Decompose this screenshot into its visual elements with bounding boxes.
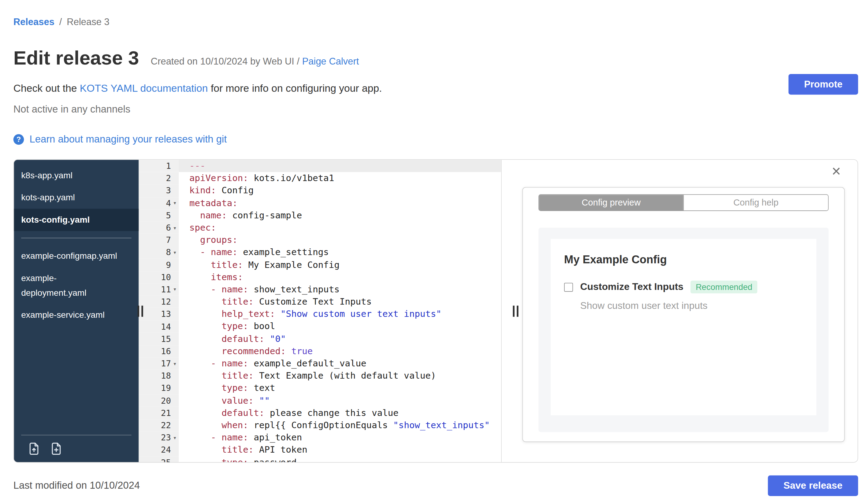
code-line[interactable]: 6▾spec: <box>139 222 501 234</box>
code-line[interactable]: 16 recommended: true <box>139 345 501 357</box>
file-name: k8s-app.yaml <box>21 168 120 183</box>
line-number: 22 <box>145 420 171 430</box>
code-line[interactable]: 2apiVersion: kots.io/v1beta1 <box>139 172 501 184</box>
code-line[interactable]: 3kind: Config <box>139 184 501 197</box>
code-line[interactable]: 21 default: please change this value <box>139 407 501 419</box>
breadcrumb-releases-link[interactable]: Releases <box>13 17 54 27</box>
token-plain: kots.io/v1beta1 <box>248 173 334 184</box>
file-tree-item-example-deployment-yaml[interactable]: example-deployment.yaml <box>14 267 139 304</box>
code-line[interactable]: 18 title: Text Example (with default val… <box>139 370 501 382</box>
file-tree-item-kots-app-yaml[interactable]: kots-app.yaml <box>14 187 139 209</box>
code-text: spec: <box>179 222 501 234</box>
file-tree-item-example-service-yaml[interactable]: example-service.yaml <box>14 304 139 326</box>
code-text: type: bool <box>179 320 501 333</box>
token-plain: show_text_inputs <box>248 284 340 294</box>
upload-file-button[interactable] <box>26 441 42 456</box>
close-icon[interactable]: × <box>828 163 844 180</box>
token-key: kind: <box>190 185 216 196</box>
promote-button[interactable]: Promote <box>788 74 858 94</box>
token-key: title: <box>221 445 253 455</box>
code-line[interactable]: 5 name: config-sample <box>139 209 501 222</box>
token-plain <box>286 346 291 356</box>
line-number: 9 <box>145 260 171 270</box>
add-file-button[interactable] <box>48 441 64 456</box>
fold-icon[interactable]: ▾ <box>171 249 179 256</box>
code-text: value: "" <box>179 395 501 407</box>
line-number: 17 <box>145 359 171 369</box>
code-line[interactable]: 11▾ - name: show_text_inputs <box>139 283 501 295</box>
fold-icon[interactable]: ▾ <box>171 224 179 231</box>
line-number: 5 <box>145 210 171 221</box>
code-line[interactable]: 4▾metadata: <box>139 197 501 209</box>
file-tree-footer <box>14 435 139 462</box>
token-plain <box>190 395 221 406</box>
file-name: example-service.yaml <box>21 308 120 322</box>
code-line[interactable]: 9 title: My Example Config <box>139 259 501 271</box>
gutter-cell: 22 <box>139 419 179 432</box>
fold-icon[interactable]: ▾ <box>171 360 179 367</box>
code-line[interactable]: 12 title: Customize Text Inputs <box>139 296 501 308</box>
token-key: title: <box>221 370 253 381</box>
git-help-link[interactable]: Learn about managing your releases with … <box>29 134 227 145</box>
code-line[interactable]: 23▾ - name: api_token <box>139 432 501 444</box>
code-text: title: API token <box>179 444 501 456</box>
created-meta: Created on 10/10/2024 by Web UI / Paige … <box>151 56 359 67</box>
line-number: 21 <box>145 408 171 418</box>
token-plain <box>190 235 200 245</box>
gutter-cell: 17▾ <box>139 358 179 370</box>
save-release-button[interactable]: Save release <box>768 476 858 496</box>
token-plain: example_default_value <box>248 358 366 369</box>
code-line[interactable]: 17▾ - name: example_default_value <box>139 358 501 370</box>
code-line[interactable]: 8▾ - name: example_settings <box>139 246 501 258</box>
code-line[interactable]: 7 groups: <box>139 234 501 246</box>
code-line[interactable]: 24 title: API token <box>139 444 501 456</box>
tab-config-help[interactable]: Config help <box>683 195 828 210</box>
code-line[interactable]: 10 items: <box>139 271 501 283</box>
file-tree-item-kots-config-yaml[interactable]: kots-config.yaml <box>14 209 139 231</box>
line-number: 24 <box>145 445 171 455</box>
line-number: 23 <box>145 433 171 443</box>
file-tree-item-k8s-app-yaml[interactable]: k8s-app.yaml <box>14 164 139 187</box>
token-plain <box>190 308 221 319</box>
line-number: 1 <box>145 161 171 171</box>
token-key: - name: <box>200 247 238 257</box>
resize-handle-right[interactable] <box>512 303 519 319</box>
token-plain <box>190 370 221 381</box>
fold-icon[interactable]: ▾ <box>171 199 179 207</box>
code-text: - name: api_token <box>179 432 501 444</box>
code-line[interactable]: 14 type: bool <box>139 320 501 333</box>
code-line[interactable]: 20 value: "" <box>139 395 501 407</box>
code-line[interactable]: 25 type: password <box>139 456 501 462</box>
code-editor[interactable]: 1---2apiVersion: kots.io/v1beta13kind: C… <box>139 160 502 462</box>
gutter-cell: 10 <box>139 271 179 283</box>
breadcrumb: Releases / Release 3 <box>13 17 858 28</box>
customize-text-inputs-checkbox[interactable] <box>564 282 573 291</box>
code-line[interactable]: 15 default: "0" <box>139 333 501 345</box>
resize-handle-left[interactable] <box>136 303 144 319</box>
footer: Last modified on 10/10/2024 Save release <box>13 476 858 496</box>
token-key: type: <box>221 321 248 332</box>
kots-yaml-doc-link[interactable]: KOTS YAML documentation <box>80 82 208 94</box>
fold-icon[interactable]: ▾ <box>171 434 179 441</box>
token-plain: Config <box>216 185 254 196</box>
code-text: name: config-sample <box>179 209 501 222</box>
code-line[interactable]: 22 when: repl{{ ConfigOptionEquals "show… <box>139 419 501 432</box>
line-number: 10 <box>145 272 171 282</box>
token-string: "Show custom user text inputs" <box>280 308 441 319</box>
gutter-cell: 21 <box>139 407 179 419</box>
code-line[interactable]: 1--- <box>139 160 501 172</box>
code-line[interactable]: 19 type: text <box>139 382 501 394</box>
config-item-row: Customize Text Inputs Recommended <box>564 280 803 293</box>
token-plain: repl{{ ConfigOptionEquals <box>248 420 393 430</box>
author-link[interactable]: Paige Calvert <box>302 56 359 67</box>
fold-icon[interactable]: ▾ <box>171 286 179 293</box>
code-text: kind: Config <box>179 184 501 197</box>
last-modified: Last modified on 10/10/2024 <box>13 480 140 491</box>
doc-text-prefix: Check out the <box>13 82 80 94</box>
token-plain <box>190 383 221 393</box>
file-tree-item-example-configmap-yaml[interactable]: example-configmap.yaml <box>14 245 139 267</box>
token-plain <box>190 420 221 430</box>
code-line[interactable]: 13 help_text: "Show custom user text inp… <box>139 308 501 320</box>
token-key: spec: <box>190 222 216 233</box>
tab-config-preview[interactable]: Config preview <box>539 195 683 210</box>
